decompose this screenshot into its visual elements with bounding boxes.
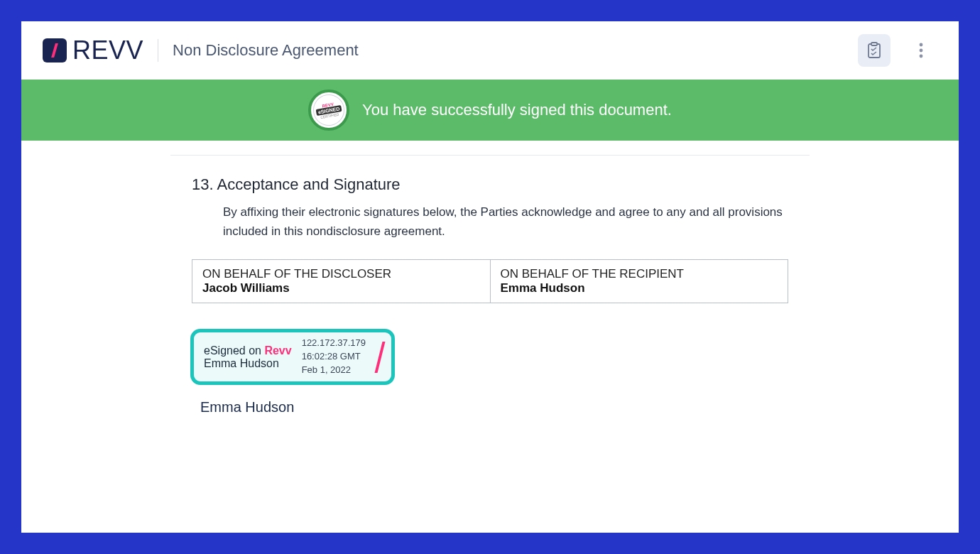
document-title: Non Disclosure Agreement — [173, 41, 359, 60]
discloser-role: ON BEHALF OF THE DISCLOSER — [202, 267, 480, 281]
success-message: You have successfully signed this docume… — [362, 101, 672, 119]
esign-ip: 122.172.37.179 — [302, 337, 366, 350]
section-divider — [170, 155, 810, 156]
success-banner: REVV eSIGNED CERTIFIED You have successf… — [21, 80, 959, 141]
header-bar: REVV Non Disclosure Agreement — [21, 21, 959, 80]
esign-date: Feb 1, 2022 — [302, 364, 366, 377]
discloser-cell: ON BEHALF OF THE DISCLOSER Jacob William… — [192, 260, 491, 303]
parties-table: ON BEHALF OF THE DISCLOSER Jacob William… — [192, 259, 788, 303]
document-viewport: 13. Acceptance and Signature By affixing… — [21, 141, 959, 533]
recipient-cell: ON BEHALF OF THE RECIPIENT Emma Hudson — [490, 260, 788, 303]
table-row: ON BEHALF OF THE DISCLOSER Jacob William… — [192, 260, 788, 303]
esign-signer-name: Emma Hudson — [204, 357, 292, 370]
clipboard-icon — [866, 42, 882, 59]
esign-prefix: eSigned on — [204, 344, 264, 357]
signer-display-name: Emma Hudson — [200, 399, 788, 416]
title-divider — [158, 39, 158, 62]
kebab-icon — [919, 43, 923, 58]
svg-point-2 — [920, 43, 923, 47]
brand-name: REVV — [72, 36, 143, 65]
app-window: REVV Non Disclosure Agreement REVV — [21, 21, 959, 533]
recipient-name: Emma Hudson — [501, 281, 585, 295]
brand-logo[interactable]: REVV — [43, 36, 143, 65]
esign-provider-line: eSigned on Revv — [204, 344, 292, 357]
esigned-stamp-icon: REVV eSIGNED CERTIFIED — [308, 89, 349, 131]
svg-point-4 — [920, 55, 923, 58]
discloser-name: Jacob Williams — [202, 281, 290, 295]
esign-slash-icon — [375, 342, 386, 373]
svg-rect-1 — [871, 43, 877, 45]
esignature-stamp: eSigned on Revv Emma Hudson 122.172.37.1… — [190, 329, 395, 385]
recipient-role: ON BEHALF OF THE RECIPIENT — [501, 267, 778, 281]
esign-time: 16:02:28 GMT — [302, 350, 366, 364]
esign-brand: Revv — [264, 344, 291, 357]
esign-metadata: 122.172.37.179 16:02:28 GMT Feb 1, 2022 — [302, 337, 366, 377]
document-page: 13. Acceptance and Signature By affixing… — [170, 155, 810, 533]
more-options-button[interactable] — [905, 34, 937, 67]
svg-point-3 — [920, 49, 923, 53]
activity-log-button[interactable] — [858, 34, 891, 67]
section-body-text: By affixing their electronic signatures … — [223, 202, 788, 241]
section-heading: 13. Acceptance and Signature — [192, 175, 788, 194]
logo-mark-icon — [43, 38, 67, 63]
